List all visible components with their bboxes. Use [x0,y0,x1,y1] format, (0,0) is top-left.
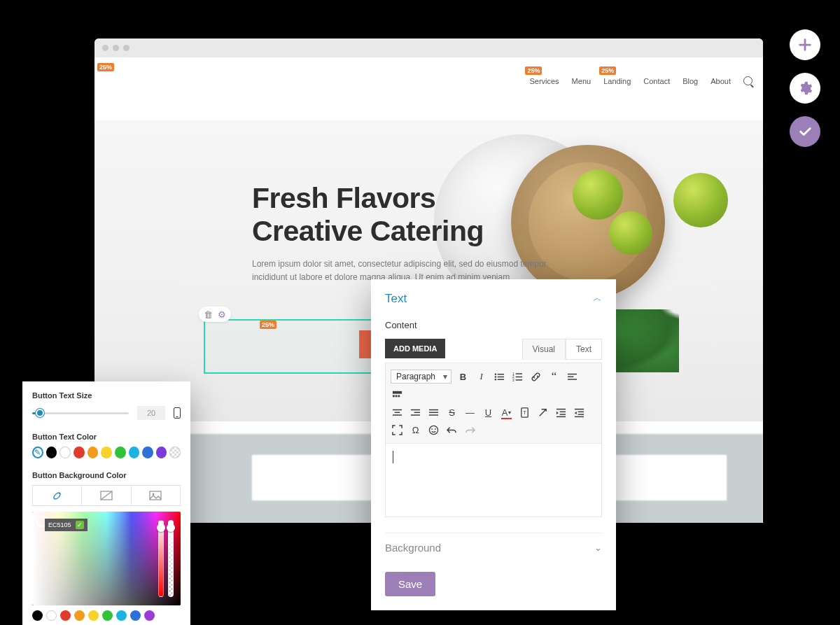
text-editor[interactable] [385,444,602,517]
toolbar-toggle-icon[interactable] [391,388,404,402]
module-ab-badge: 25% [260,321,276,329]
swatch-red[interactable] [74,447,85,458]
rswatch-white[interactable] [46,610,57,621]
svg-rect-16 [393,395,395,398]
bg-image-tab[interactable] [131,486,180,505]
nav-services[interactable]: 25%Services [529,77,559,85]
emoji-icon[interactable] [427,423,440,437]
text-color-swatches: ✎ [32,447,181,458]
swatch-cyan[interactable] [129,447,140,458]
window-min-dot[interactable] [113,45,119,51]
nav-landing[interactable]: 25%Landing [603,77,631,85]
rswatch-cyan[interactable] [116,610,127,621]
nav-contact[interactable]: Contact [643,77,670,85]
quote-icon[interactable]: “ [547,370,561,384]
align-left-icon[interactable] [566,370,579,384]
hex-confirm-icon[interactable]: ✓ [76,521,84,529]
indent-icon[interactable] [554,406,568,419]
add-fab[interactable] [790,29,820,60]
swatch-yellow[interactable] [101,447,112,458]
text-color-label: Button Text Color [32,433,181,441]
settings-icon[interactable]: ⚙ [216,309,227,320]
svg-rect-27 [429,414,438,416]
nav-blog[interactable]: Blog [682,77,698,85]
format-select[interactable]: Paragraph [391,370,451,384]
svg-rect-9 [516,376,522,377]
responsive-icon[interactable] [174,407,181,419]
rswatch-black[interactable] [32,610,43,621]
svg-point-40 [435,428,436,430]
svg-point-2 [495,376,496,377]
italic-icon[interactable]: I [475,370,488,384]
rswatch-green[interactable] [102,610,113,621]
swatch-black[interactable] [46,447,57,458]
paste-text-icon[interactable]: T [518,406,531,419]
hex-input[interactable]: EC5105 ✓ [45,519,88,531]
bold-icon[interactable]: B [456,370,470,384]
align-justify-icon[interactable] [427,406,440,419]
svg-rect-20 [395,412,400,414]
bullet-list-icon[interactable] [493,370,506,384]
search-icon[interactable] [743,76,752,85]
bg-gradient-tab[interactable] [81,486,130,505]
swatch-transparent[interactable] [169,447,181,458]
swatch-blue[interactable] [142,447,153,458]
confirm-fab[interactable] [790,116,820,147]
swatch-purple[interactable] [156,447,167,458]
rswatch-yellow[interactable] [88,610,99,621]
svg-rect-36 [578,414,584,415]
svg-rect-24 [411,414,420,416]
saturation-slider[interactable] [158,520,164,597]
window-max-dot[interactable] [123,45,130,51]
rswatch-blue[interactable] [130,610,141,621]
collapse-icon[interactable]: ︿ [593,292,602,304]
background-section[interactable]: Background ⌄ [385,533,602,556]
underline-icon[interactable]: U [482,406,495,419]
content-label: Content [385,320,602,330]
delete-icon[interactable]: 🗑 [202,309,214,320]
svg-rect-33 [556,416,566,418]
svg-rect-1 [498,374,504,375]
swatch-green[interactable] [115,447,126,458]
tab-visual[interactable]: Visual [522,339,566,360]
settings-fab[interactable] [790,73,820,104]
numbered-list-icon[interactable]: 123 [511,370,524,384]
undo-icon[interactable] [445,423,458,437]
swatch-white[interactable] [59,447,71,458]
strikethrough-icon[interactable]: S [445,406,458,419]
rswatch-red[interactable] [60,610,71,621]
alpha-slider[interactable] [168,520,174,597]
align-right-icon[interactable] [409,406,422,419]
bg-solid-tab[interactable] [33,486,81,505]
rswatch-orange[interactable] [74,610,85,621]
outdent-icon[interactable] [573,406,586,419]
redo-icon[interactable] [463,423,477,437]
svg-rect-35 [578,412,584,413]
window-close-dot[interactable] [102,45,108,51]
svg-text:3: 3 [512,379,514,382]
svg-rect-18 [398,395,400,398]
text-size-slider[interactable] [32,412,129,414]
save-button[interactable]: Save [385,572,435,596]
svg-rect-3 [498,376,504,377]
hr-icon[interactable]: — [463,406,477,419]
clear-format-icon[interactable] [536,406,550,419]
special-char-icon[interactable]: Ω [409,423,422,437]
svg-point-38 [429,426,438,434]
text-color-icon[interactable]: A▾ [500,406,513,419]
nav-menu[interactable]: Menu [572,77,592,85]
fullscreen-icon[interactable] [391,423,404,437]
eyedropper-icon[interactable]: ✎ [32,447,43,458]
link-icon[interactable] [529,370,542,384]
svg-rect-32 [560,414,566,415]
svg-rect-12 [568,373,577,374]
color-picker[interactable]: EC5105 ✓ [32,512,181,605]
swatch-orange[interactable] [88,447,99,458]
align-center-icon[interactable] [391,406,404,419]
tab-text[interactable]: Text [566,339,602,360]
text-size-input[interactable] [137,406,165,420]
nav-about[interactable]: About [710,77,731,85]
rswatch-purple[interactable] [144,610,155,621]
svg-point-44 [153,493,155,496]
add-media-button[interactable]: ADD MEDIA [385,339,445,358]
